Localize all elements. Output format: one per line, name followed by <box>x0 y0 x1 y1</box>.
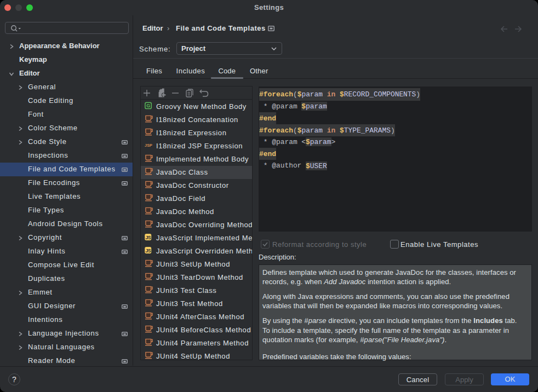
svg-text:JSP: JSP <box>145 143 152 148</box>
svg-text:JS: JS <box>145 235 151 240</box>
svg-text:JS: JS <box>145 248 151 253</box>
svg-text:G: G <box>146 103 150 108</box>
